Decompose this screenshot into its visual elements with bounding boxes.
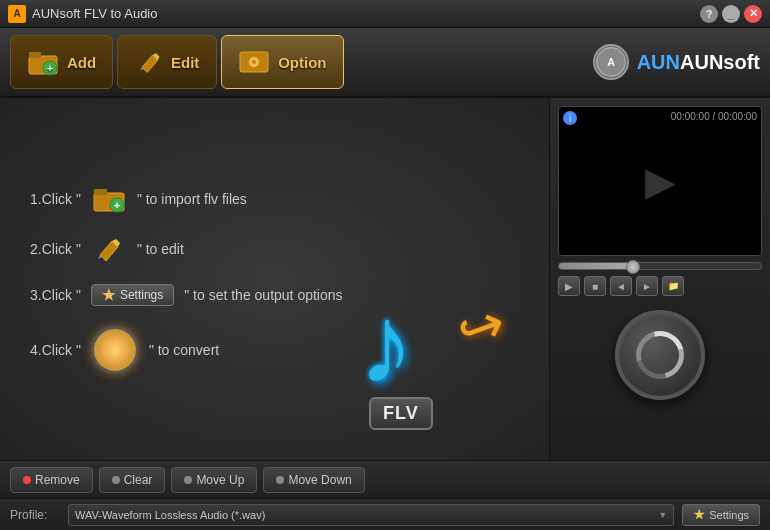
option-icon xyxy=(238,46,270,78)
move-up-button[interactable]: Move Up xyxy=(171,467,257,493)
svg-rect-10 xyxy=(94,189,107,195)
option-button[interactable]: Option xyxy=(221,35,343,89)
clear-button[interactable]: Clear xyxy=(99,467,166,493)
settings-label: Settings xyxy=(709,509,749,521)
add-label: Add xyxy=(67,54,96,71)
clear-dot xyxy=(112,476,120,484)
chevron-down-icon: ▼ xyxy=(658,510,667,520)
svg-text:A: A xyxy=(607,56,615,68)
svg-text:+: + xyxy=(47,62,53,74)
prev-button[interactable]: ◄ xyxy=(610,276,632,296)
edit-label: Edit xyxy=(171,54,199,71)
playback-controls: ▶ ■ ◄ ► 📁 xyxy=(558,276,762,296)
svg-text:+: + xyxy=(114,199,120,211)
progress-bar[interactable] xyxy=(558,262,762,270)
move-down-dot xyxy=(276,476,284,484)
toolbar: + Add Edit Option A xyxy=(0,28,770,98)
right-panel: i 00:00:00 / 00:00:00 ▶ ▶ ■ ◄ ► xyxy=(550,98,770,460)
step1-pre: 1.Click " xyxy=(30,191,81,207)
time-display: 00:00:00 / 00:00:00 xyxy=(671,111,757,122)
instruction-step1: 1.Click " + " to import flv files xyxy=(30,184,519,214)
progress-handle[interactable] xyxy=(626,260,640,274)
flv-graphic: ♪ ↪ FLV xyxy=(349,280,509,440)
convert-instr-icon xyxy=(91,326,139,374)
settings-instr-icon: Settings xyxy=(91,284,174,306)
stop-button[interactable]: ■ xyxy=(584,276,606,296)
flv-badge: FLV xyxy=(369,397,433,430)
clear-label: Clear xyxy=(124,473,153,487)
edit-instr-icon xyxy=(91,234,127,264)
edit-icon xyxy=(135,48,163,76)
add-folder-icon: + xyxy=(91,184,127,214)
left-panel: 1.Click " + " to import flv files 2.Clic… xyxy=(0,98,550,460)
logo-icon: A xyxy=(593,44,629,80)
option-label: Option xyxy=(278,54,326,71)
music-note-icon: ♪ xyxy=(359,280,414,407)
video-placeholder: ▶ xyxy=(645,158,676,204)
next-button[interactable]: ► xyxy=(636,276,658,296)
move-up-dot xyxy=(184,476,192,484)
app-icon: A xyxy=(8,5,26,23)
main-content: 1.Click " + " to import flv files 2.Clic… xyxy=(0,98,770,460)
minimize-button[interactable]: _ xyxy=(722,5,740,23)
gear-icon xyxy=(102,288,116,302)
add-button[interactable]: + Add xyxy=(10,35,113,89)
logo-text: AUNAUNsoft xyxy=(637,51,760,74)
profile-label: Profile: xyxy=(10,508,60,522)
title-bar-left: A AUNsoft FLV to Audio xyxy=(8,5,158,23)
profile-select[interactable]: WAV-Waveform Lossless Audio (*.wav) ▼ xyxy=(68,504,674,526)
step2-text: " to edit xyxy=(137,241,184,257)
move-down-label: Move Down xyxy=(288,473,351,487)
profile-bar: Profile: WAV-Waveform Lossless Audio (*.… xyxy=(0,498,770,530)
edit-button[interactable]: Edit xyxy=(117,35,217,89)
convert-big-button[interactable] xyxy=(615,310,705,400)
logo-area: A AUNAUNsoft xyxy=(593,44,760,80)
help-button[interactable]: ? xyxy=(700,5,718,23)
svg-point-6 xyxy=(252,60,256,64)
convert-circle-inner xyxy=(101,336,129,364)
move-up-label: Move Up xyxy=(196,473,244,487)
close-button[interactable]: ✕ xyxy=(744,5,762,23)
progress-area xyxy=(558,262,762,270)
add-icon: + xyxy=(27,46,59,78)
progress-fill xyxy=(559,263,630,269)
play-button[interactable]: ▶ xyxy=(558,276,580,296)
step3-pre: 3.Click " xyxy=(30,287,81,303)
step4-text: " to convert xyxy=(149,342,219,358)
folder-button[interactable]: 📁 xyxy=(662,276,684,296)
instruction-step2: 2.Click " " to edit xyxy=(30,234,519,264)
title-bar: A AUNsoft FLV to Audio ? _ ✕ xyxy=(0,0,770,28)
profile-value: WAV-Waveform Lossless Audio (*.wav) xyxy=(75,509,265,521)
move-down-button[interactable]: Move Down xyxy=(263,467,364,493)
remove-dot xyxy=(23,476,31,484)
remove-button[interactable]: Remove xyxy=(10,467,93,493)
step2-pre: 2.Click " xyxy=(30,241,81,257)
app-title: AUNsoft FLV to Audio xyxy=(32,6,158,21)
title-controls: ? _ ✕ xyxy=(700,5,762,23)
info-icon: i xyxy=(563,111,577,125)
convert-arrow-icon xyxy=(627,322,693,388)
video-preview: i 00:00:00 / 00:00:00 ▶ xyxy=(558,106,762,256)
bottom-buttons: Remove Clear Move Up Move Down xyxy=(0,460,770,498)
settings-gear-icon xyxy=(693,509,705,521)
svg-rect-1 xyxy=(29,52,41,58)
step4-pre: 4.Click " xyxy=(30,342,81,358)
settings-button[interactable]: Settings xyxy=(682,504,760,526)
arrow-icon: ↪ xyxy=(448,289,513,365)
remove-label: Remove xyxy=(35,473,80,487)
step3-text: " to set the output options xyxy=(184,287,342,303)
step1-text: " to import flv files xyxy=(137,191,247,207)
